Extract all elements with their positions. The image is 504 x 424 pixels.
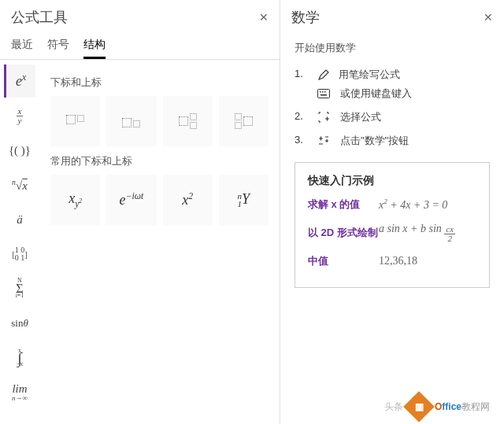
template-subscript[interactable] — [106, 96, 156, 146]
close-icon[interactable]: ✕ — [484, 11, 493, 24]
svg-rect-3 — [324, 91, 326, 93]
template-x-ysquared[interactable]: xy2 — [50, 175, 100, 225]
keyboard-icon — [317, 87, 331, 101]
rail-sum[interactable]: NΣi=1 — [4, 272, 35, 305]
rail-fraction[interactable]: xy — [4, 99, 35, 132]
rail-radical[interactable]: n√x — [4, 168, 35, 201]
template-superscript[interactable] — [50, 96, 100, 146]
example-median-label: 中值 — [308, 254, 379, 268]
watermark-sub: 头条 — [384, 400, 403, 414]
examples-title: 快速入门示例 — [308, 174, 476, 188]
watermark-text: OOfficeffice教程网 — [435, 400, 490, 414]
step-2-text: 选择公式 — [340, 110, 490, 124]
tab-structures[interactable]: 结构 — [83, 38, 106, 59]
get-started-heading: 开始使用数学 — [295, 41, 490, 55]
example-plot-label: 以 2D 形式绘制 — [308, 226, 379, 240]
office-logo-icon: ▦ — [403, 391, 435, 422]
rail-limit[interactable]: limn→∞ — [4, 376, 35, 409]
template-n1y[interactable]: n1Y — [219, 175, 269, 225]
tab-symbols[interactable]: 符号 — [47, 38, 69, 59]
example-row-median[interactable]: 中值 12,36,18 — [308, 254, 476, 268]
rail-matrix[interactable]: [1 00 1] — [4, 238, 35, 271]
step-2-number: 2. — [295, 110, 307, 122]
svg-rect-0 — [318, 90, 330, 98]
step-2: 2. 选择公式 — [295, 110, 490, 124]
right-panel-header: 数学 ✕ — [280, 0, 504, 31]
example-plot-math: a sin x + b sin cx2 — [379, 223, 455, 243]
structures-main: 下标和上标 常用的下标和上标 xy2 e−iωt x2 — [39, 60, 280, 424]
rail-function[interactable]: sin θ — [4, 307, 35, 340]
rail-accent[interactable]: ä — [4, 203, 35, 236]
left-panel-title: 公式工具 — [11, 8, 68, 27]
select-icon — [317, 110, 331, 124]
rail-brackets[interactable]: {( )} — [4, 134, 35, 167]
example-row-plot[interactable]: 以 2D 形式绘制 a sin x + b sin cx2 — [308, 223, 476, 243]
step-3-text: 点击"数学"按钮 — [340, 134, 490, 148]
structure-category-rail: ex xy {( )} n√x ä [1 00 1] NΣi=1 sin θ x… — [0, 60, 39, 424]
svg-rect-1 — [320, 91, 321, 93]
watermark: 头条 ▦ OOfficeffice教程网 — [384, 396, 490, 418]
quick-start-examples: 快速入门示例 求解 x 的值 x2 + 4x + 3 = 0 以 2D 形式绘制… — [295, 162, 490, 288]
right-body: 开始使用数学 1. 用笔绘写公式 或使用键盘键入 2. 选择公式 3. — [280, 31, 504, 424]
template-subsuperscript[interactable] — [163, 96, 213, 146]
example-solve-math: x2 + 4x + 3 = 0 — [379, 197, 447, 212]
example-row-solve[interactable]: 求解 x 的值 x2 + 4x + 3 = 0 — [308, 197, 476, 212]
template-e-iwt[interactable]: e−iωt — [106, 175, 156, 225]
left-panel-header: 公式工具 ✕ — [0, 0, 280, 31]
tab-recent[interactable]: 最近 — [11, 38, 33, 59]
right-panel-title: 数学 — [291, 8, 320, 27]
formula-tools-panel: 公式工具 ✕ 最近 符号 结构 ex xy {( )} n√x ä [1 00 … — [0, 0, 280, 424]
template-x-squared[interactable]: x2 — [163, 175, 213, 225]
step-1: 1. 用笔绘写公式 或使用键盘键入 — [295, 68, 490, 101]
template-row-1 — [50, 96, 269, 146]
math-button-icon — [317, 134, 331, 148]
step-3-number: 3. — [295, 134, 307, 146]
template-row-2: xy2 e−iωt x2 n1Y — [50, 175, 269, 225]
step-1a-text: 用笔绘写公式 — [339, 68, 490, 82]
step-1-number: 1. — [295, 68, 307, 79]
rail-integral[interactable]: x∫−x — [4, 341, 35, 374]
template-presubsuperscript[interactable] — [219, 96, 269, 146]
example-median-math: 12,36,18 — [379, 255, 417, 267]
left-body: ex xy {( )} n√x ä [1 00 1] NΣi=1 sin θ x… — [0, 60, 280, 424]
section-common-title: 常用的下标和上标 — [50, 154, 269, 168]
step-1b-text: 或使用键盘键入 — [340, 87, 490, 101]
pen-icon — [317, 68, 331, 82]
svg-rect-4 — [321, 94, 327, 96]
tab-bar: 最近 符号 结构 — [0, 31, 280, 60]
rail-superscript[interactable]: ex — [4, 65, 35, 98]
example-solve-label: 求解 x 的值 — [308, 197, 379, 212]
close-icon[interactable]: ✕ — [259, 11, 269, 24]
section-subscript-superscript-title: 下标和上标 — [50, 76, 269, 90]
svg-rect-2 — [322, 91, 324, 93]
math-panel: 数学 ✕ 开始使用数学 1. 用笔绘写公式 或使用键盘键入 2. 选择公式 — [280, 0, 504, 424]
step-3: 3. 点击"数学"按钮 — [295, 134, 490, 148]
